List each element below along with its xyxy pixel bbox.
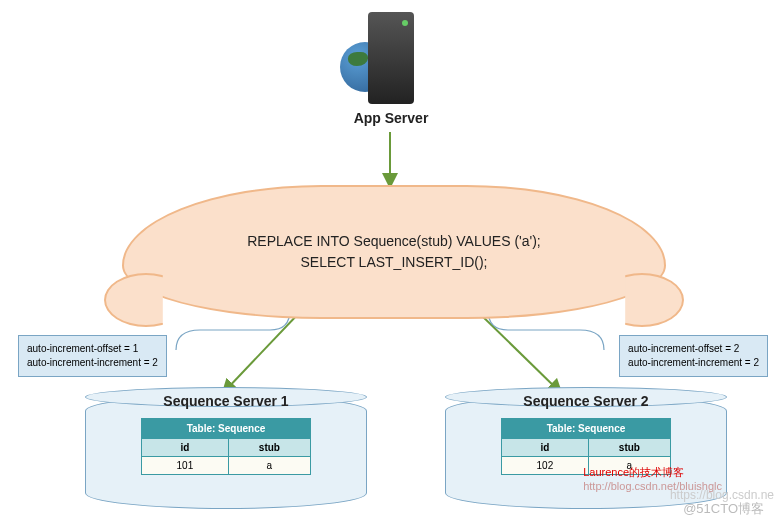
- watermark: @51CTO博客: [683, 500, 764, 518]
- server2-title: Sequence Server 2: [446, 393, 726, 409]
- server2-val-id: 102: [502, 457, 589, 475]
- server-tower-icon: [368, 12, 414, 104]
- svg-line-2: [478, 312, 560, 392]
- server2-col-stub: stub: [588, 439, 670, 457]
- cfg2-line2: auto-increment-increment = 2: [628, 356, 759, 370]
- server2-col-id: id: [502, 439, 589, 457]
- server1-table: Table: Sequence idstub 101a: [141, 418, 311, 475]
- server1-val-stub: a: [228, 457, 310, 475]
- server2-table-title: Table: Sequence: [502, 419, 671, 439]
- sql-cloud: REPLACE INTO Sequence(stub) VALUES ('a')…: [122, 185, 666, 319]
- config-box-1: auto-increment-offset = 1 auto-increment…: [18, 335, 167, 377]
- credit-author: Laurence的技术博客: [583, 465, 722, 480]
- sql-line-1: REPLACE INTO Sequence(stub) VALUES ('a')…: [247, 231, 541, 252]
- server1-val-id: 101: [142, 457, 229, 475]
- sql-line-2: SELECT LAST_INSERT_ID();: [247, 252, 541, 273]
- server1-col-id: id: [142, 439, 229, 457]
- svg-line-1: [224, 312, 300, 392]
- server1-col-stub: stub: [228, 439, 310, 457]
- cfg1-line1: auto-increment-offset = 1: [27, 342, 158, 356]
- cfg2-line1: auto-increment-offset = 2: [628, 342, 759, 356]
- cfg1-line2: auto-increment-increment = 2: [27, 356, 158, 370]
- server-icon: [368, 12, 414, 104]
- config-box-2: auto-increment-offset = 2 auto-increment…: [619, 335, 768, 377]
- app-server: App Server: [326, 12, 456, 126]
- sequence-server-1: Sequence Server 1 Table: Sequence idstub…: [85, 395, 367, 509]
- app-server-label: App Server: [326, 110, 456, 126]
- server1-table-title: Table: Sequence: [142, 419, 311, 439]
- server1-title: Sequence Server 1: [86, 393, 366, 409]
